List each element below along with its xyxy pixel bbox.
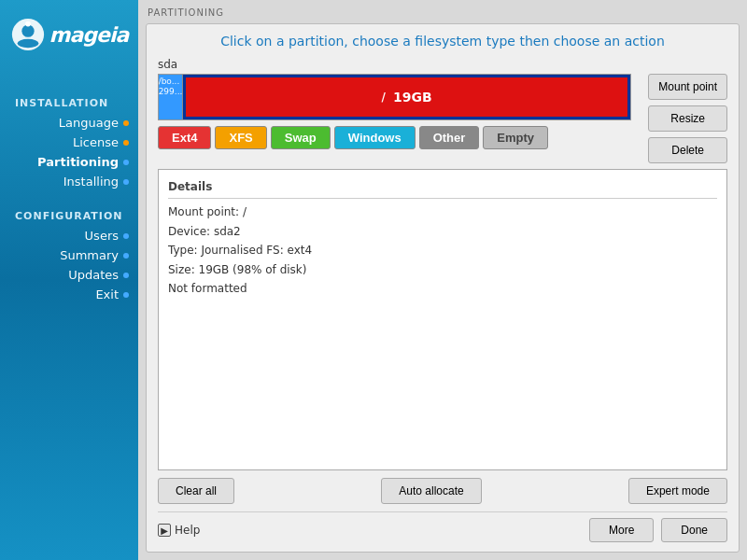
done-button[interactable]: Done bbox=[661, 518, 727, 542]
updates-label: Updates bbox=[68, 268, 119, 282]
detail-device: Device: sda2 bbox=[168, 222, 717, 241]
sidebar-item-license[interactable]: License bbox=[0, 133, 138, 152]
dialog-title: Click on a partition, choose a filesyste… bbox=[158, 34, 727, 49]
fs-btn-swap[interactable]: Swap bbox=[271, 126, 331, 149]
help-icon: ▶ bbox=[158, 524, 171, 537]
fs-buttons-row: Ext4 XFS Swap Windows Other Empty bbox=[158, 126, 631, 149]
sidebar-item-updates[interactable]: Updates bbox=[0, 265, 138, 285]
auto-allocate-button[interactable]: Auto allocate bbox=[381, 478, 481, 504]
footer-buttons: More Done bbox=[589, 518, 727, 542]
fs-btn-ext4[interactable]: Ext4 bbox=[158, 126, 211, 149]
section-label: PARTITIONING bbox=[146, 7, 740, 18]
detail-format: Not formatted bbox=[168, 279, 717, 298]
footer-row: ▶ Help More Done bbox=[158, 511, 727, 542]
fs-btn-windows[interactable]: Windows bbox=[334, 126, 416, 149]
dialog-box: Click on a partition, choose a filesyste… bbox=[146, 23, 740, 553]
bottom-row: Clear all Auto allocate Expert mode bbox=[158, 478, 727, 504]
license-dot bbox=[123, 140, 129, 146]
partition-bar: /bo...299... / 19GB bbox=[158, 74, 631, 120]
detail-mount-point: Mount point: / bbox=[168, 203, 717, 221]
sidebar-item-partitioning[interactable]: Partitioning bbox=[0, 152, 138, 172]
summary-label: Summary bbox=[60, 248, 119, 262]
help-area[interactable]: ▶ Help bbox=[158, 524, 200, 537]
language-label: Language bbox=[59, 116, 119, 130]
installation-section-label: INSTALLATION bbox=[15, 97, 108, 109]
delete-button[interactable]: Delete bbox=[648, 137, 727, 163]
svg-point-2 bbox=[17, 39, 38, 49]
mageia-logo-icon bbox=[10, 17, 46, 52]
exit-dot bbox=[123, 292, 129, 298]
action-buttons-col: Mount point Resize Delete bbox=[648, 74, 727, 163]
help-label: Help bbox=[175, 524, 200, 537]
updates-dot bbox=[123, 273, 129, 278]
exit-label: Exit bbox=[95, 287, 119, 301]
language-dot bbox=[123, 120, 129, 126]
svg-point-1 bbox=[21, 25, 34, 37]
sidebar-item-users[interactable]: Users bbox=[0, 226, 138, 245]
svg-point-3 bbox=[25, 21, 31, 27]
logo-area: mageia bbox=[1, 9, 138, 60]
license-label: License bbox=[73, 135, 119, 149]
sidebar-item-installing[interactable]: Installing bbox=[0, 172, 138, 191]
detail-size: Size: 19GB (98% of disk) bbox=[168, 260, 717, 279]
sidebar-item-summary[interactable]: Summary bbox=[0, 245, 138, 265]
sidebar-item-exit[interactable]: Exit bbox=[0, 285, 138, 304]
partitioning-dot bbox=[123, 160, 129, 165]
installing-label: Installing bbox=[63, 175, 119, 189]
logo-text: mageia bbox=[49, 23, 129, 47]
disk-label: sda bbox=[158, 58, 727, 71]
fs-btn-other[interactable]: Other bbox=[419, 126, 480, 149]
partition-boot[interactable]: /bo...299... bbox=[159, 75, 183, 119]
configuration-section-label: CONFIGURATION bbox=[15, 210, 122, 222]
details-box: Details Mount point: / Device: sda2 Type… bbox=[158, 169, 727, 470]
fs-btn-xfs[interactable]: XFS bbox=[215, 126, 266, 149]
fs-btn-empty[interactable]: Empty bbox=[483, 126, 548, 149]
resize-button[interactable]: Resize bbox=[648, 105, 727, 132]
details-label: Details bbox=[168, 177, 717, 199]
sidebar-item-language[interactable]: Language bbox=[0, 113, 138, 133]
sidebar: mageia INSTALLATION Language License Par… bbox=[0, 0, 138, 560]
more-button[interactable]: More bbox=[589, 518, 654, 542]
partition-main[interactable]: / 19GB bbox=[183, 75, 630, 119]
mount-point-button[interactable]: Mount point bbox=[648, 74, 727, 100]
main-content: PARTITIONING Click on a partition, choos… bbox=[138, 0, 747, 560]
expert-mode-button[interactable]: Expert mode bbox=[628, 478, 727, 504]
users-label: Users bbox=[85, 229, 119, 243]
detail-type: Type: Journalised FS: ext4 bbox=[168, 241, 717, 259]
installing-dot bbox=[123, 179, 129, 185]
partitioning-label: Partitioning bbox=[37, 155, 119, 169]
clear-all-button[interactable]: Clear all bbox=[158, 478, 234, 504]
summary-dot bbox=[123, 253, 129, 259]
users-dot bbox=[123, 233, 129, 239]
